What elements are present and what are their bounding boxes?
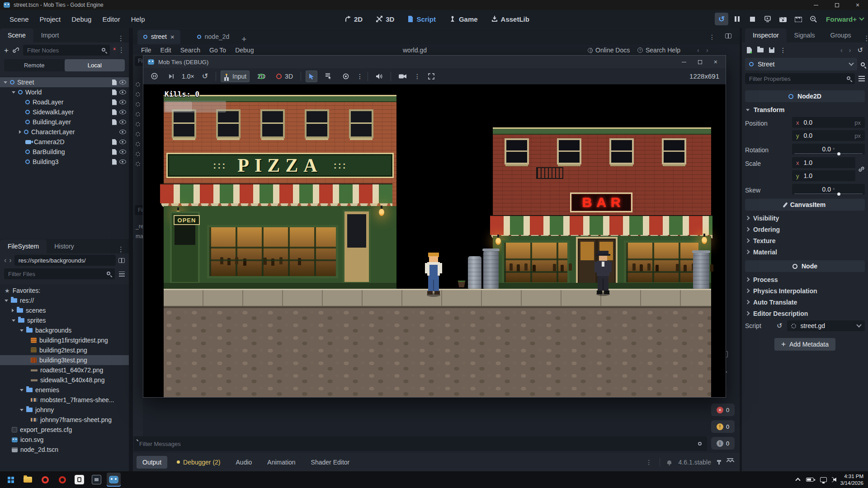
tab-debugger[interactable]: Debugger (2)	[171, 456, 226, 469]
game-debug-window[interactable]: Mob Ties (DEBUG) × 1.0× ↺ Input 2D 3D ⋮	[143, 55, 726, 398]
warnings-badge[interactable]: !0	[711, 420, 735, 433]
history-forward-icon[interactable]: ›	[849, 47, 851, 54]
fs-res-root[interactable]: res://	[0, 296, 129, 305]
scale-x-field[interactable]: x1.0	[792, 157, 855, 168]
rotation-field[interactable]: 0.0 °	[792, 144, 865, 155]
new-scene-tab-button[interactable]: +	[235, 34, 253, 44]
tab-output[interactable]: Output	[137, 456, 167, 469]
fs-file-roadtest[interactable]: roadtest1_640x72.png	[0, 365, 129, 375]
section-ordering[interactable]: Ordering	[745, 224, 865, 235]
app-icon-light[interactable]	[72, 473, 86, 487]
filter-methods-fragment[interactable]: Fil	[135, 205, 143, 215]
collapse-icon[interactable]	[4, 81, 7, 84]
expand-icon[interactable]	[725, 33, 731, 38]
play-custom-scene-button[interactable]	[792, 13, 805, 25]
filter-scripts-fragment[interactable]: Fil	[135, 56, 143, 66]
pause-button[interactable]	[730, 13, 744, 25]
mute-audio-button[interactable]	[373, 70, 386, 82]
tab-groups[interactable]: Groups	[823, 28, 859, 42]
tab-street-scene[interactable]: street×	[137, 30, 180, 44]
scene-tabs-menu-icon[interactable]: ⋮	[709, 33, 715, 41]
debug-window-titlebar[interactable]: Mob Ties (DEBUG) ×	[143, 56, 726, 68]
gdscript-icon[interactable]	[136, 122, 140, 127]
nav-forward-icon[interactable]: ›	[9, 257, 11, 264]
game-viewport[interactable]: ::: PIZZA ::: OPEN	[143, 84, 726, 397]
object-history-icon[interactable]: ↺	[857, 46, 863, 54]
script-icon[interactable]	[112, 109, 117, 115]
fs-folder-scenes[interactable]: scenes	[0, 305, 129, 315]
scene-node-characterlayer[interactable]: CharacterLayer	[0, 127, 129, 137]
tab-assetlib[interactable]: AssetLib	[491, 15, 529, 23]
script-menu-file[interactable]: File	[137, 45, 156, 55]
debug-3d-button[interactable]: 3D	[273, 70, 296, 82]
script-icon[interactable]	[112, 159, 117, 165]
visibility-icon[interactable]	[119, 150, 126, 154]
network-icon[interactable]	[820, 477, 827, 482]
fs-file-johnny-sheet[interactable]: johnny7frames-sheet.png	[0, 415, 129, 425]
battery-icon[interactable]	[806, 478, 814, 482]
select-tool-button[interactable]	[306, 70, 317, 82]
browser-icon[interactable]	[38, 473, 52, 487]
skew-field[interactable]: 0.0 °	[792, 184, 865, 195]
script-icon[interactable]	[112, 139, 117, 145]
open-docs-icon[interactable]	[861, 62, 865, 66]
browser-icon-2[interactable]	[55, 473, 69, 487]
tab-scene-dock[interactable]: Scene	[0, 28, 33, 42]
script-icon[interactable]	[112, 80, 117, 85]
nav-back-icon[interactable]: ‹	[4, 257, 6, 264]
filter-properties-search[interactable]	[745, 73, 855, 84]
collapse-icon[interactable]	[20, 329, 24, 332]
menu-scene[interactable]: Scene	[5, 13, 34, 25]
script-field[interactable]: street.gd	[787, 320, 865, 331]
link-scale-icon[interactable]	[858, 166, 865, 173]
gdscript-icon[interactable]	[136, 112, 140, 117]
fs-file-building1[interactable]: building1firstgridtest.png	[0, 335, 129, 345]
dock-menu-icon[interactable]: ⋮	[113, 34, 129, 42]
online-docs-button[interactable]: Online Docs	[588, 47, 630, 54]
close-button[interactable]: ×	[714, 58, 717, 66]
dock-menu-icon[interactable]: ⋮	[113, 245, 129, 253]
tab-script[interactable]: Script	[408, 15, 436, 23]
collapse-icon[interactable]	[20, 389, 24, 391]
tab-shader-editor[interactable]: Shader Editor	[305, 456, 356, 469]
scene-node-street[interactable]: Street	[0, 77, 129, 87]
scene-node-sidewalklayer[interactable]: SidewalkLayer	[0, 107, 129, 117]
menu-help[interactable]: Help	[126, 13, 150, 25]
visibility-icon[interactable]	[119, 80, 126, 84]
search-help-button[interactable]: ?Search Help	[637, 47, 680, 54]
visibility-icon[interactable]	[119, 140, 126, 144]
script-icon[interactable]	[112, 89, 117, 95]
script-menu-goto[interactable]: Go To	[205, 45, 231, 55]
errors-badge[interactable]: ×0	[711, 404, 735, 416]
tab-2d[interactable]: 2D	[344, 15, 363, 23]
collapse-icon[interactable]	[20, 409, 24, 411]
system-clock[interactable]: 4:31 PM 3/14/2026	[840, 473, 863, 487]
remote-button[interactable]: Remote	[4, 59, 65, 71]
tab-node2d-scene[interactable]: node_2d	[191, 30, 236, 44]
version-label[interactable]: 4.6.1.stable	[679, 459, 711, 466]
fs-file-export-presets[interactable]: export_presets.cfg	[0, 425, 129, 435]
tool-options-icon[interactable]: ⋮	[357, 73, 363, 80]
visibility-icon[interactable]	[119, 90, 126, 94]
tab-game[interactable]: Game	[449, 15, 478, 23]
gdscript-icon[interactable]	[136, 132, 140, 136]
close-tab-icon[interactable]: ×	[170, 33, 175, 40]
sort-icon[interactable]	[119, 272, 125, 277]
section-physics-interpolation[interactable]: Physics Interpolation	[745, 285, 865, 296]
section-editor-description[interactable]: Editor Description	[745, 308, 865, 319]
fs-folder-johnny[interactable]: johnny	[0, 405, 129, 415]
method-list-fragment[interactable]: _re	[136, 223, 143, 230]
collapse-icon[interactable]	[5, 300, 8, 302]
expand-icon[interactable]	[12, 309, 14, 312]
history-back-icon[interactable]: ‹	[840, 47, 843, 54]
filter-messages-bar[interactable]	[134, 436, 707, 451]
tab-signals[interactable]: Signals	[787, 28, 823, 42]
fs-file-sidewalk[interactable]: sidewalk1_640x48.png	[0, 375, 129, 385]
class-header-node2d[interactable]: Node2D	[745, 90, 865, 102]
godot-taskbar-icon[interactable]	[107, 473, 121, 487]
gdscript-icon[interactable]	[136, 142, 140, 146]
slider-knob[interactable]	[837, 192, 840, 196]
menu-debug[interactable]: Debug	[66, 13, 96, 25]
movie-maker-button[interactable]	[807, 13, 821, 25]
local-button[interactable]: Local	[65, 59, 125, 71]
